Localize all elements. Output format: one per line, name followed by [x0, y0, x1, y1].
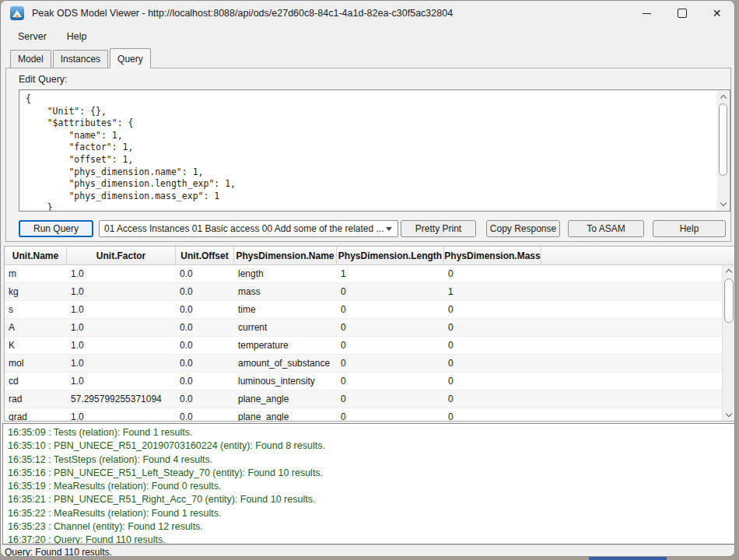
table-cell: rad [5, 390, 67, 408]
table-row[interactable]: m1.00.0length10 [5, 265, 722, 283]
column-header[interactable]: Unit.Name [5, 247, 67, 264]
table-cell: mol [5, 355, 67, 372]
table-cell: luminous_intensity [234, 373, 337, 390]
table-row[interactable]: K1.00.0temperature00 [5, 337, 722, 355]
table-cell: 1.0 [67, 337, 176, 354]
table-row[interactable]: rad57.2957992553710940.0plane_angle00 [5, 390, 722, 408]
table-cell: K [5, 337, 67, 354]
table-cell: 0.0 [176, 355, 234, 372]
table-cell: A [5, 319, 67, 336]
scroll-up-icon[interactable] [723, 265, 735, 277]
column-header[interactable]: Unit.Factor [67, 247, 176, 264]
edit-query-label: Edit Query: [19, 74, 68, 85]
table-cell: 57.295799255371094 [67, 390, 176, 408]
table-cell: s [5, 301, 67, 318]
log-line: 16:37:20 : Query: Found 110 results. [8, 534, 730, 544]
table-cell: 0 [337, 283, 444, 300]
table-scrollbar[interactable] [722, 265, 735, 421]
table-row[interactable]: cd1.00.0luminous_intensity00 [5, 373, 722, 390]
table-cell: 0.0 [176, 373, 234, 390]
query-editor-text: { "Unit": {}, "$attributes": { "name": 1… [19, 90, 730, 211]
table-cell: 0 [337, 319, 444, 336]
table-row[interactable]: s1.00.0time00 [5, 301, 722, 319]
table-cell: length [234, 265, 337, 282]
table-cell: cd [5, 373, 67, 390]
status-bar: Query: Found 110 results. [1, 544, 734, 557]
table-cell: 0 [444, 390, 541, 408]
scroll-down-icon[interactable] [723, 409, 735, 421]
table-cell: 0.0 [176, 301, 234, 318]
table-scrollbar-thumb[interactable] [724, 278, 734, 323]
table-cell: 0 [444, 265, 541, 282]
log-line: 16:35:12 : TestSteps (relation): Found 4… [8, 453, 730, 467]
to-asam-button[interactable]: To ASAM [568, 220, 644, 237]
table-cell: temperature [234, 337, 337, 354]
table-cell: 1.0 [67, 355, 176, 372]
query-editor[interactable]: { "Unit": {}, "$attributes": { "name": 1… [19, 89, 730, 212]
log-line: 16:35:10 : PBN_UNECE_R51_20190703160224 … [8, 439, 730, 453]
table-cell: 0.0 [176, 319, 234, 336]
table-cell: 1.0 [67, 408, 176, 421]
column-header[interactable]: PhysDimension.Mass [444, 247, 541, 264]
log-line: 16:35:16 : PBN_UNECE_R51_Left_Steady_70 … [8, 467, 730, 480]
table-cell: 1.0 [67, 265, 176, 282]
editor-scrollbar-thumb[interactable] [719, 103, 727, 176]
run-query-button[interactable]: Run Query [19, 220, 93, 237]
query-template-select[interactable]: 01 Access Instances 01 Basic access 00 A… [99, 220, 398, 237]
table-cell: 1.0 [67, 301, 176, 318]
menu-item-help[interactable]: Help [67, 31, 87, 42]
table-cell: 0.0 [176, 283, 234, 300]
table-cell: current [234, 319, 337, 336]
column-header-filler [541, 247, 723, 264]
log-line: 16:35:21 : PBN_UNECE_R51_Right_Acc_70 (e… [8, 493, 730, 506]
scroll-up-icon[interactable] [717, 91, 729, 103]
column-header[interactable]: Unit.Offset [176, 247, 234, 264]
title-bar[interactable]: Peak ODS Model Viewer - http://localhost… [1, 1, 734, 26]
window-title: Peak ODS Model Viewer - http://localhost… [32, 8, 453, 19]
query-tab-page: Edit Query: { "Unit": {}, "$attributes":… [5, 68, 731, 242]
table-row[interactable]: A1.00.0current00 [5, 319, 722, 337]
scroll-down-icon[interactable] [717, 198, 729, 210]
tab-model[interactable]: Model [10, 50, 51, 68]
results-table: Unit.NameUnit.FactorUnit.OffsetPhysDimen… [4, 246, 735, 422]
tab-instances[interactable]: Instances [53, 50, 108, 68]
copy-response-button[interactable]: Copy Response [486, 220, 560, 237]
table-row[interactable]: mol1.00.0amount_of_substance00 [5, 355, 722, 373]
results-table-body: m1.00.0length10kg1.00.0mass01s1.00.0time… [5, 265, 722, 421]
tab-strip: ModelInstancesQuery [10, 49, 152, 68]
table-cell: 0 [337, 373, 444, 390]
table-row[interactable]: kg1.00.0mass01 [5, 283, 722, 301]
table-cell: 1 [337, 265, 444, 282]
tab-query[interactable]: Query [110, 48, 151, 68]
log-output[interactable]: 16:35:09 : Tests (relation): Found 1 res… [2, 423, 735, 544]
table-cell: 1.0 [67, 283, 176, 300]
column-header[interactable]: PhysDimension.Name [234, 247, 337, 264]
table-cell: 0 [337, 337, 444, 354]
pretty-print-button[interactable]: Pretty Print [401, 220, 476, 237]
close-button[interactable]: ✕ [699, 1, 734, 26]
table-cell: m [5, 265, 67, 282]
table-cell: 0 [444, 319, 541, 336]
minimize-icon [643, 13, 651, 14]
table-cell: mass [234, 283, 337, 300]
editor-scrollbar[interactable] [717, 91, 729, 210]
app-icon [10, 6, 24, 20]
column-header[interactable]: PhysDimension.Length [337, 247, 444, 264]
table-cell: 0.0 [176, 408, 234, 421]
minimize-button[interactable] [629, 1, 664, 26]
table-cell: 0 [444, 355, 541, 372]
table-cell: 1.0 [67, 373, 176, 390]
maximize-button[interactable] [664, 1, 699, 26]
menu-item-server[interactable]: Server [18, 31, 47, 42]
results-table-header[interactable]: Unit.NameUnit.FactorUnit.OffsetPhysDimen… [5, 247, 735, 265]
maximize-icon [678, 9, 687, 18]
table-cell: kg [5, 283, 67, 300]
table-row[interactable]: grad1.00.0plane_angle00 [5, 408, 722, 421]
desktop-background: Peak ODS Model Viewer - http://localhost… [0, 0, 739, 560]
menu-bar: ServerHelp [1, 26, 734, 47]
table-cell: 0 [337, 390, 444, 408]
table-cell: 0.0 [176, 390, 234, 408]
close-icon: ✕ [713, 8, 722, 19]
help-button[interactable]: Help [653, 220, 726, 237]
status-text: Query: Found 110 results. [5, 547, 112, 558]
